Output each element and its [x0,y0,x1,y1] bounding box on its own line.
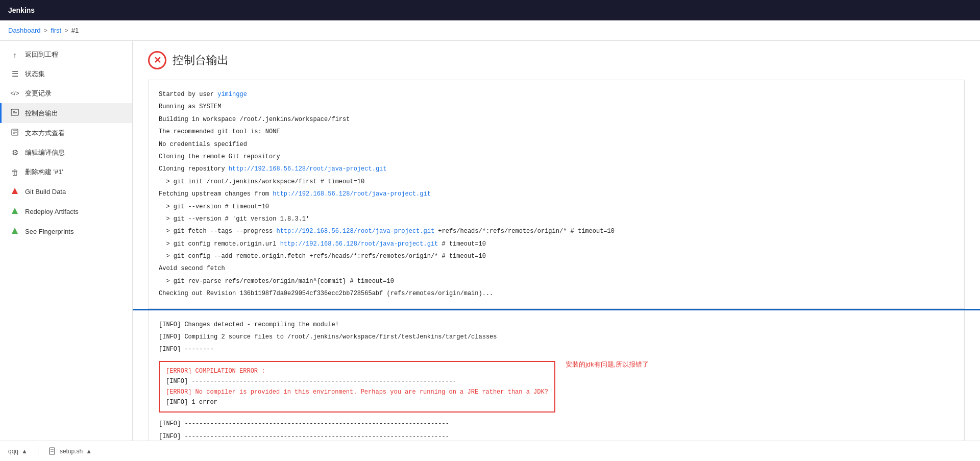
sidebar-item-console-output[interactable]: 控制台输出 [0,103,132,123]
sidebar-item-label: 返回到工程 [25,50,58,59]
console-output-lower: [INFO] Changes detected - recompiling th… [148,310,965,461]
console-line: [INFO] Compiling 2 source files to /root… [159,331,954,343]
breadcrumb: Dashboard > first > #1 [0,20,980,41]
user-link[interactable]: yimingge [217,91,247,98]
git-icon [10,187,20,197]
console-line: No credentials specified [159,138,954,151]
fingerprint-icon [10,227,20,236]
chevron-up-icon-2: ▲ [86,448,92,455]
chevron-up-icon: ▲ [21,448,28,455]
console-line: Checking out Revision 136b1198f7da0e2905… [159,287,954,300]
sidebar-item-redeploy-artifacts[interactable]: Redeploy Artifacts [0,202,132,222]
info-line-2: [INFO] ---------------------------------… [166,376,548,386]
sidebar-item-label: 编辑编译信息 [25,148,65,157]
error-circle-icon: ✕ [148,51,166,69]
sidebar-item-label: 状态集 [25,69,45,79]
code-icon: </> [10,90,20,97]
console-line: Fetching upstream changes from http://19… [159,188,954,200]
svg-marker-9 [12,228,18,234]
sidebar-item-see-fingerprints[interactable]: See Fingerprints [0,222,132,241]
console-line: Avoid second fetch [159,262,954,275]
console-line: Started by user yimingge [159,88,954,101]
sidebar-item-label: 删除构建 '#1' [25,167,63,177]
sidebar-item-change-log[interactable]: </> 变更记录 [0,84,132,103]
breadcrumb-project[interactable]: first [51,27,61,34]
error-line-1: [ERROR] COMPILATION ERROR : [166,366,548,376]
list-icon: ☰ [10,69,20,79]
sidebar-item-text-view[interactable]: 文本方式查看 [0,123,132,143]
bottom-divider [38,446,38,456]
error-annotation: 安装的jdk有问题,所以报错了 [566,359,649,370]
breadcrumb-dashboard[interactable]: Dashboard [8,27,41,34]
redeploy-icon [10,207,20,216]
sidebar-item-label: 控制台输出 [25,109,58,118]
console-line: > git config remote.origin.url http://19… [159,238,954,250]
error-line-3: [ERROR] No compiler is provided in this … [166,387,548,397]
bottom-right-section: setup.sh ▲ [48,447,92,455]
console-output-upper: Started by user yimingge Running as SYST… [148,80,965,309]
error-section: [ERROR] COMPILATION ERROR : [INFO] -----… [159,361,555,413]
breadcrumb-sep-2: > [64,27,68,34]
console-line: Running as SYSTEM [159,101,954,113]
svg-rect-0 [11,109,18,115]
trash-icon: 🗑 [10,168,20,177]
content-area: ✕ 控制台输出 Started by user yimingge Running… [133,41,980,461]
console-line: Building in workspace /root/.jenkins/wor… [159,113,954,126]
sidebar-item-label: Git Build Data [25,188,66,196]
console-line: [INFO] Changes detected - recompiling th… [159,319,954,331]
repo-link-2[interactable]: http://192.168.56.128/root/java-project.… [273,190,431,198]
svg-marker-8 [12,208,18,214]
repo-link-3[interactable]: http://192.168.56.128/root/java-project.… [276,228,434,235]
file-icon [48,447,57,455]
console-icon [10,108,20,118]
console-line: > git config --add remote.origin.fetch +… [159,250,954,262]
bottom-left-section: qqq ▲ [8,448,28,455]
app-logo: Jenkins [8,6,35,14]
console-line: > git --version # 'git version 1.8.3.1' [159,213,954,225]
console-line: The recommended git tool is: NONE [159,126,954,138]
sidebar-item-label: 文本方式查看 [25,129,65,138]
sidebar: ↑ 返回到工程 ☰ 状态集 </> 变更记录 控制台输出 [0,41,133,461]
breadcrumb-sep-1: > [44,27,48,34]
page-title: 控制台输出 [173,53,229,68]
text-view-icon [10,128,20,138]
top-bar: Jenkins [0,0,980,20]
bottom-right-label: setup.sh [60,448,83,455]
console-line: Cloning repository http://192.168.56.128… [159,163,954,175]
repo-link-4[interactable]: http://192.168.56.128/root/java-project.… [280,240,438,248]
console-line: > git rev-parse refs/remotes/origin/main… [159,275,954,287]
repo-link-1[interactable]: http://192.168.56.128/root/java-project.… [229,165,387,173]
console-line: Cloning the remote Git repository [159,151,954,163]
sidebar-item-label: 变更记录 [25,89,52,98]
sidebar-item-back-to-project[interactable]: ↑ 返回到工程 [0,45,132,64]
breadcrumb-build: #1 [71,27,79,34]
console-line: > git --version # timeout=10 [159,201,954,213]
sidebar-item-status-set[interactable]: ☰ 状态集 [0,64,132,84]
sidebar-item-label: See Fingerprints [25,228,74,235]
console-line: > git init /root/.jenkins/workspace/firs… [159,176,954,188]
info-line-4: [INFO] 1 error [166,397,548,407]
console-line: [INFO] -------- [159,343,954,355]
console-line: [INFO] ---------------------------------… [159,418,954,430]
console-line: > git fetch --tags --progress http://192… [159,225,954,237]
gear-icon: ⚙ [10,148,20,157]
arrow-up-icon: ↑ [10,51,20,59]
bottom-bar: qqq ▲ setup.sh ▲ [0,441,980,461]
main-layout: ↑ 返回到工程 ☰ 状态集 </> 变更记录 控制台输出 [0,41,980,461]
sidebar-item-label: Redeploy Artifacts [25,208,79,215]
bottom-left-label: qqq [8,448,18,455]
x-symbol: ✕ [154,55,161,66]
sidebar-item-edit-build-info[interactable]: ⚙ 编辑编译信息 [0,143,132,162]
sidebar-item-delete-build[interactable]: 🗑 删除构建 '#1' [0,162,132,182]
svg-marker-7 [12,188,18,194]
error-block-container: [ERROR] COMPILATION ERROR : [INFO] -----… [159,359,954,415]
sidebar-item-git-build-data[interactable]: Git Build Data [0,182,132,202]
page-title-area: ✕ 控制台输出 [148,51,965,69]
